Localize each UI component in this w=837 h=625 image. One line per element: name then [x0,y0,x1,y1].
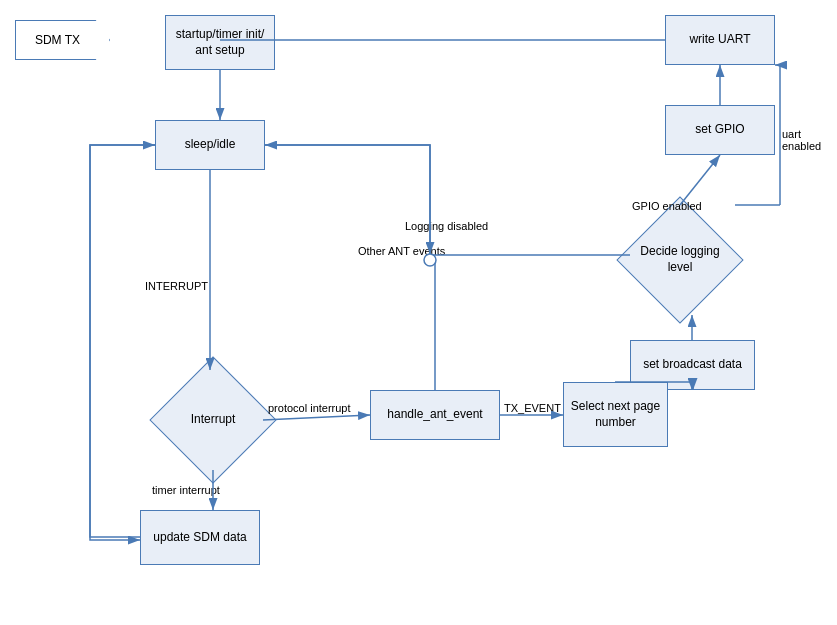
sleep-idle-node: sleep/idle [155,120,265,170]
other-ant-label: Other ANT events [358,245,445,257]
startup-label: startup/timer init/ant setup [176,27,265,58]
interrupt-label: INTERRUPT [145,280,208,292]
write-uart-label: write UART [689,32,750,48]
update-sdm-label: update SDM data [153,530,246,546]
write-uart-node: write UART [665,15,775,65]
startup-node: startup/timer init/ant setup [165,15,275,70]
uart-enabled-label: uart enabled [782,128,837,152]
update-sdm-node: update SDM data [140,510,260,565]
timer-interrupt-label: timer interrupt [152,484,220,496]
select-next-node: Select next pagenumber [563,382,668,447]
decide-logging-label: Decide logginglevel [640,244,719,275]
flowchart-diagram: SDM TX startup/timer init/ant setup slee… [0,0,837,625]
handle-ant-label: handle_ant_event [387,407,482,423]
set-gpio-label: set GPIO [695,122,744,138]
svg-line-4 [263,415,370,420]
interrupt-diamond: Interrupt [163,370,263,470]
set-gpio-node: set GPIO [665,105,775,155]
gpio-enabled-label: GPIO enabled [632,200,702,212]
select-next-label: Select next pagenumber [571,399,660,430]
sleep-idle-label: sleep/idle [185,137,236,153]
decide-logging-diamond: Decide logginglevel [625,205,735,315]
handle-ant-node: handle_ant_event [370,390,500,440]
sdm-tx-label: SDM TX [35,33,80,47]
interrupt-diamond-label: Interrupt [191,412,236,428]
svg-line-16 [680,155,720,205]
protocol-interrupt-label: protocol interrupt [268,402,351,414]
logging-disabled-label: Logging disabled [405,220,488,232]
sdm-tx-node: SDM TX [15,20,110,60]
set-broadcast-label: set broadcast data [643,357,742,373]
tx-event-label: TX_EVENT [504,402,561,414]
